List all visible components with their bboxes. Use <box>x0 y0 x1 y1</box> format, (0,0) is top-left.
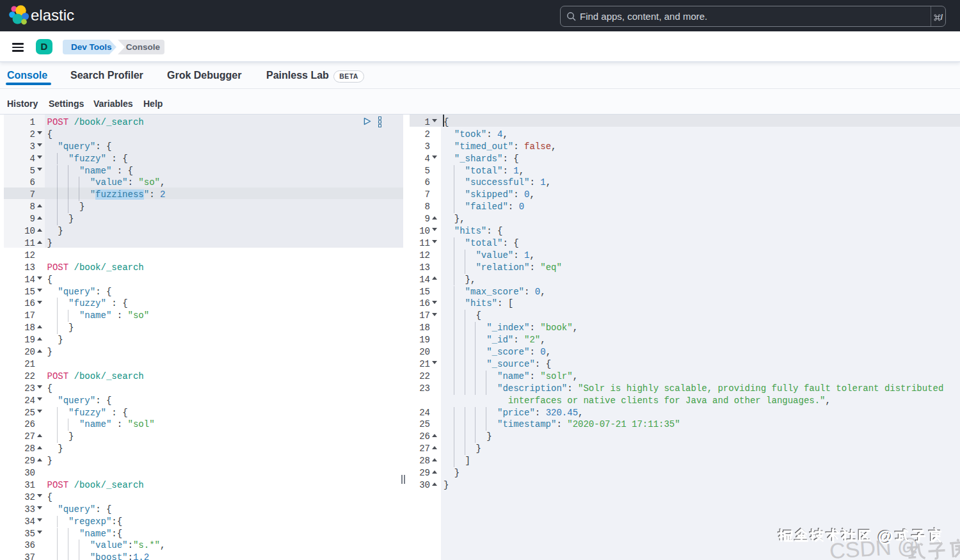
svg-text:@: @ <box>878 528 894 545</box>
